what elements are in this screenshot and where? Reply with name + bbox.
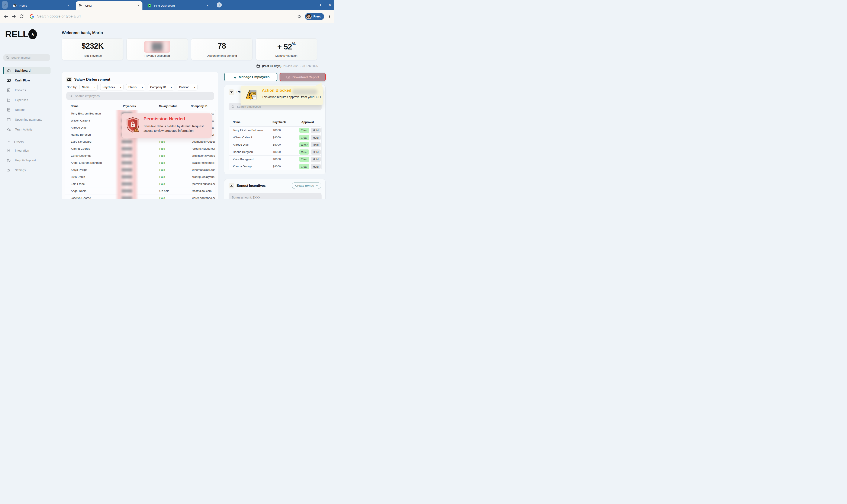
report-icon (6, 108, 11, 112)
bonus-amount-input[interactable]: Bonus amount: $XXX (229, 193, 322, 199)
sidebar-item-label: Settings (15, 168, 26, 172)
sidebar-others-toggle[interactable]: Others (3, 139, 51, 144)
download-report-button[interactable]: Download Report (280, 73, 326, 81)
sidebar-item-label: Invoices (15, 89, 26, 92)
sort-dropdown-name[interactable]: Name▾ (79, 84, 98, 90)
sidebar-item-cash-flow[interactable]: Cash Flow (3, 77, 51, 84)
sidebar-item-label: Cash Flow (15, 79, 30, 82)
tab-crm[interactable]: CRM ✕ (76, 1, 142, 10)
sidebar-item-label: Team Activity (15, 128, 32, 131)
table-row[interactable]: Angel Donin On hold tscott@aol.com (65, 187, 216, 195)
tab-home[interactable]: Home ✕ (10, 1, 72, 10)
table-row[interactable]: Zaire Korsgaard Paid pcampbell@outloo (65, 138, 216, 145)
sort-label: Sort by (67, 86, 76, 89)
sort-dropdown-company-id[interactable]: Company ID▾ (148, 84, 174, 90)
clear-button[interactable]: Clear (299, 128, 309, 133)
tab-divider (214, 3, 214, 7)
clear-button[interactable]: Clear (299, 135, 309, 140)
profile-button[interactable]: Preeti (305, 13, 324, 20)
sort-dropdown-position[interactable]: Position▾ (177, 84, 197, 90)
employee-search-input[interactable]: Search employees (66, 92, 214, 100)
employee-name: Terry Ekstrom Bothman (233, 127, 263, 134)
column-name[interactable]: Name (71, 105, 78, 108)
create-bonus-button[interactable]: Create Bonus + (292, 182, 321, 189)
stats-row: $232K Total Revenue Revenue Disbursed 78… (62, 38, 317, 60)
table-row[interactable]: Livia Donin Paid arodriguez@yahoo (65, 173, 216, 180)
sidebar-item-reports[interactable]: Reports (3, 106, 51, 113)
minimize-button[interactable] (306, 5, 310, 5)
sidebar-item-invoices[interactable]: Invoices (3, 87, 51, 94)
search-icon (231, 105, 235, 109)
search-icon (5, 56, 10, 59)
back-icon[interactable] (3, 14, 8, 19)
calendar-icon (256, 64, 260, 68)
folder-download-icon (286, 75, 290, 79)
search-metrics-input[interactable]: Search metrics (3, 54, 50, 61)
employee-email: pcampbell@outloo (192, 138, 215, 145)
browser-menu-icon[interactable] (327, 14, 332, 19)
clear-button[interactable]: Clear (299, 157, 309, 162)
caret-down-icon: ▾ (120, 86, 121, 88)
clear-button[interactable]: Clear (299, 164, 309, 169)
table-row[interactable]: Kianna George Paid rgreen@icloud.cor (65, 145, 216, 152)
hold-button[interactable]: Hold (311, 135, 321, 140)
bookmark-star-icon[interactable] (297, 14, 302, 19)
sidebar-item-upcoming-payments[interactable]: Upcoming payments (3, 116, 51, 123)
sidebar-item-expenses[interactable]: Expenses (3, 96, 51, 104)
cash-icon (229, 89, 234, 95)
stat-label: Disbursements pending (191, 54, 252, 57)
sidebar-item-dashboard[interactable]: Dashboard (3, 67, 51, 74)
paycheck-amount: $8000 (273, 156, 281, 163)
forward-icon[interactable] (11, 14, 16, 19)
table-header: Name ↓Paycheck ↓Salary Status ↓Company I… (65, 105, 215, 109)
sidebar-item-team-activity[interactable]: Team Activity (3, 126, 51, 133)
salary-status: Paid (159, 173, 165, 180)
employee-email: cc (212, 117, 215, 124)
employee-name: Zain Franci (71, 180, 85, 187)
sort-dropdown-status[interactable]: Status▾ (126, 84, 145, 90)
tab-close-icon[interactable]: ✕ (206, 4, 209, 7)
tooltip-body: This action requires approval from your … (262, 95, 321, 99)
hold-button[interactable]: Hold (311, 157, 321, 162)
panel-title-partial: Pe (236, 90, 241, 94)
salary-status: Paid (159, 145, 165, 152)
reload-icon[interactable] (19, 14, 24, 19)
table-row[interactable]: Zain Franci Paid tperez@outlook.cc (65, 180, 216, 187)
tab-close-icon[interactable]: ✕ (68, 4, 70, 7)
hold-button[interactable]: Hold (311, 149, 321, 155)
hold-button[interactable]: Hold (311, 142, 321, 147)
table-row[interactable]: Jocelyn George Paid wgreen@yahoo.cc (65, 195, 216, 199)
tab-close-icon[interactable]: ✕ (138, 4, 140, 7)
table-row[interactable]: Corey Septimus Paid drobinson@yahoo (65, 152, 216, 159)
new-tab-button[interactable]: + (217, 2, 222, 7)
tab-ping-dashboard[interactable]: Ping Dashboard ✕ (145, 1, 211, 10)
address-bar-placeholder[interactable]: Search google or type a url (37, 14, 80, 19)
employee-name: Zaire Korsgaard (71, 138, 91, 145)
browser-tab-strip: Home ✕ CRM ✕ Ping Dashboard ✕ + ✕ (0, 0, 335, 10)
window-close-button[interactable]: ✕ (328, 3, 331, 7)
sidebar-item-integration[interactable]: Integration (3, 147, 51, 154)
employee-email: rgreen@icloud.cor (192, 145, 215, 152)
table-row[interactable]: Angel Ekstrom Bothman Paid swalker@hotma… (65, 159, 216, 166)
period-label[interactable]: (Past 30 days) (262, 65, 282, 68)
table-row[interactable]: Kaiya Philips Paid wthomas@aol.com (65, 166, 216, 173)
employee-email: ai (212, 124, 214, 131)
clear-button[interactable]: Clear (299, 149, 309, 155)
hold-button[interactable]: Hold (311, 164, 321, 169)
hold-button[interactable]: Hold (311, 128, 321, 133)
plus-icon: + (218, 3, 220, 7)
clear-button[interactable]: Clear (299, 142, 309, 147)
sort-dropdown-paycheck[interactable]: Paycheck▾ (100, 84, 124, 90)
column-name[interactable]: Name (233, 121, 240, 124)
employee-email: tscott@aol.com (192, 187, 215, 195)
paycheck-redacted (115, 180, 139, 187)
tab-search-chevron-button[interactable] (2, 1, 8, 9)
employee-name: Angel Ekstrom Bothman (71, 159, 102, 166)
stat-card-total-revenue: $232K Total Revenue (62, 38, 123, 60)
sidebar-item-settings[interactable]: Settings (3, 166, 51, 174)
sidebar-section-label: Others (14, 140, 24, 144)
sidebar-item-help-support[interactable]: Help % Support (3, 157, 51, 164)
maximize-button[interactable] (318, 4, 321, 6)
manage-employees-button[interactable]: Manage Employees (224, 73, 277, 81)
calendar-icon (6, 118, 11, 122)
